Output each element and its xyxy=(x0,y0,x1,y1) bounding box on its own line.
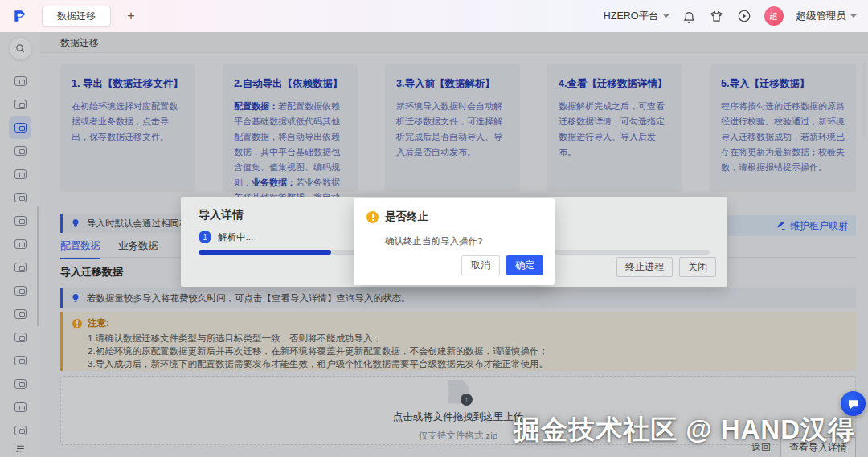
chat-icon xyxy=(847,398,860,410)
user-menu[interactable]: 超级管理员 xyxy=(796,10,858,23)
app-root: 数据迁移 + HZERO平台 超 超级管理员 xyxy=(0,0,868,457)
guide-play-icon[interactable] xyxy=(737,9,751,23)
dialog-title: 是否终止 xyxy=(385,210,428,224)
confirm-button[interactable]: 确定 xyxy=(506,255,543,275)
dialog-body: 确认终止当前导入操作? xyxy=(385,235,542,247)
scrollbar-thumb[interactable] xyxy=(862,63,866,137)
platform-switcher[interactable]: HZERO平台 xyxy=(604,10,669,23)
community-chat-button[interactable] xyxy=(841,391,866,416)
chevron-down-icon xyxy=(663,14,669,18)
user-name: 超级管理员 xyxy=(796,10,847,23)
page-scrollbar[interactable] xyxy=(862,35,866,453)
notification-bell-icon[interactable] xyxy=(682,9,697,23)
new-tab-button[interactable]: + xyxy=(122,7,140,25)
user-avatar[interactable]: 超 xyxy=(764,6,784,26)
terminate-confirm-dialog: 是否终止 确认终止当前导入操作? 取消 确定 xyxy=(354,198,555,285)
watermark-text: 掘金技术社区 @ HAND汉得 xyxy=(514,412,855,448)
platform-name: HZERO平台 xyxy=(604,10,659,23)
top-bar: 数据迁移 + HZERO平台 超 超级管理员 xyxy=(0,0,868,32)
chevron-down-icon xyxy=(850,14,857,18)
warning-icon xyxy=(366,211,379,223)
app-logo-icon[interactable] xyxy=(11,7,29,25)
theme-skin-icon[interactable] xyxy=(710,9,724,23)
cancel-button[interactable]: 取消 xyxy=(461,255,500,275)
tab-label: 数据迁移 xyxy=(57,10,96,23)
avatar-text: 超 xyxy=(769,10,778,22)
open-tab-data-migration[interactable]: 数据迁移 xyxy=(42,6,111,27)
plus-icon: + xyxy=(127,9,134,23)
